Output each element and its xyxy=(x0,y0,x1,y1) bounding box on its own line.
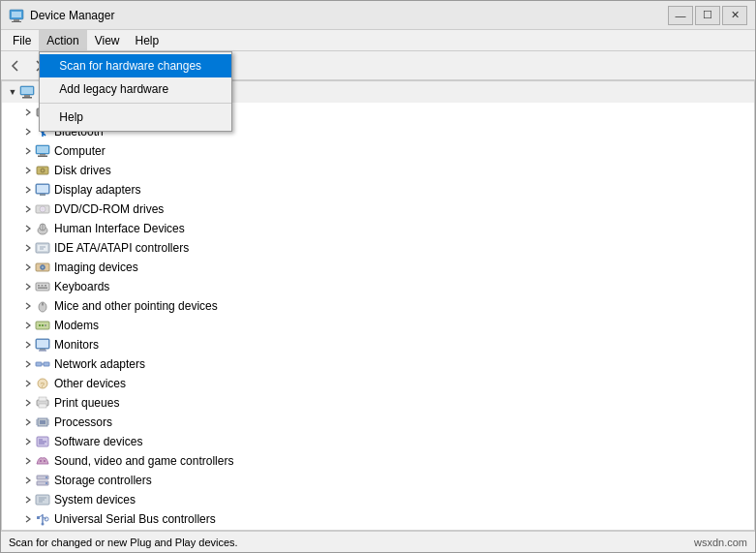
device-category-icon xyxy=(35,453,50,469)
tree-items-container: Batteries BluetoothComputerDisk drivesDi… xyxy=(2,103,754,529)
item-chevron-icon xyxy=(21,415,35,429)
device-category-icon xyxy=(35,260,50,275)
svg-rect-27 xyxy=(40,194,45,196)
device-category-icon xyxy=(35,511,50,527)
device-category-label: Computer xyxy=(54,144,106,158)
svg-point-50 xyxy=(39,324,41,326)
item-chevron-icon xyxy=(21,144,35,158)
menu-view[interactable]: View xyxy=(87,30,128,50)
svg-rect-1 xyxy=(12,12,21,17)
menu-action[interactable]: Action Scan for hardware changes Add leg… xyxy=(39,30,86,50)
item-chevron-icon xyxy=(21,357,35,371)
item-chevron-icon xyxy=(21,202,35,216)
device-category-icon xyxy=(35,298,50,314)
device-category-label: Human Interface Devices xyxy=(54,222,185,235)
device-category-label: Keyboards xyxy=(54,280,109,293)
tree-item[interactable]: Mice and other pointing devices xyxy=(2,296,754,316)
item-chevron-icon xyxy=(21,319,35,332)
device-category-label: Universal Serial Bus controllers xyxy=(54,512,216,526)
svg-rect-21 xyxy=(38,156,47,158)
svg-rect-58 xyxy=(44,362,49,366)
item-chevron-icon xyxy=(21,396,35,410)
item-chevron-icon xyxy=(21,183,35,197)
minimize-button[interactable]: — xyxy=(668,6,693,25)
tree-item[interactable]: Monitors xyxy=(2,335,754,354)
svg-rect-14 xyxy=(22,97,32,99)
tree-item[interactable]: System devices xyxy=(2,490,754,509)
tree-item[interactable]: Network adapters xyxy=(2,354,754,374)
device-category-label: Sound, video and game controllers xyxy=(54,454,233,468)
svg-point-40 xyxy=(42,266,44,268)
menu-scan-hardware[interactable]: Scan for hardware changes xyxy=(40,54,231,77)
device-category-icon xyxy=(35,182,50,198)
device-category-icon xyxy=(35,279,50,294)
device-category-icon xyxy=(35,492,50,507)
title-bar: Device Manager — ☐ ✕ xyxy=(1,1,755,30)
device-category-icon xyxy=(35,395,50,411)
item-chevron-icon xyxy=(21,164,35,177)
status-right: wsxdn.com xyxy=(694,537,747,548)
computer-icon xyxy=(19,84,35,100)
maximize-button[interactable]: ☐ xyxy=(695,6,720,25)
window-title: Device Manager xyxy=(30,9,668,22)
menu-add-legacy-hardware[interactable]: Add legacy hardware xyxy=(40,77,231,101)
item-chevron-icon xyxy=(21,106,35,119)
device-category-label: Disk drives xyxy=(54,164,111,177)
tree-item[interactable]: Storage controllers xyxy=(2,471,754,490)
tree-item[interactable]: Processors xyxy=(2,413,754,432)
root-chevron-icon: ▼ xyxy=(6,85,19,99)
tree-item[interactable]: IDE ATA/ATAPI controllers xyxy=(2,238,754,258)
item-chevron-icon xyxy=(21,377,35,390)
tree-item[interactable]: Keyboards xyxy=(2,277,754,296)
svg-rect-12 xyxy=(21,87,33,94)
device-category-icon xyxy=(35,356,50,372)
close-button[interactable]: ✕ xyxy=(722,6,747,25)
svg-rect-35 xyxy=(38,245,47,251)
tree-item[interactable]: Print queues xyxy=(2,393,754,413)
device-category-label: Other devices xyxy=(54,377,126,390)
menu-help[interactable]: Help xyxy=(40,106,231,129)
tree-item[interactable]: Disk drives xyxy=(2,161,754,180)
menu-file[interactable]: File xyxy=(5,30,39,50)
device-category-icon xyxy=(35,240,50,256)
status-text: Scan for changed or new Plug and Play de… xyxy=(9,537,694,548)
svg-point-30 xyxy=(42,208,44,210)
item-chevron-icon xyxy=(21,125,35,138)
device-category-icon: ? xyxy=(35,376,50,391)
tree-item[interactable]: Imaging devices xyxy=(2,258,754,277)
svg-point-51 xyxy=(42,324,44,326)
toolbar-back-button[interactable] xyxy=(5,55,26,77)
item-chevron-icon xyxy=(21,454,35,468)
item-chevron-icon xyxy=(21,435,35,448)
svg-rect-41 xyxy=(36,283,49,291)
svg-rect-63 xyxy=(39,397,46,401)
tree-item[interactable]: Sound, video and game controllers xyxy=(2,451,754,471)
device-category-label: Network adapters xyxy=(54,357,145,371)
tree-item[interactable]: Display adapters xyxy=(2,180,754,200)
menu-help[interactable]: Help xyxy=(128,30,167,50)
item-chevron-icon xyxy=(21,222,35,235)
device-category-label: Storage controllers xyxy=(54,474,152,487)
tree-item[interactable]: Human Interface Devices xyxy=(2,219,754,238)
tree-item[interactable]: ?Other devices xyxy=(2,374,754,393)
svg-point-24 xyxy=(42,169,44,171)
svg-point-92 xyxy=(42,523,45,526)
tree-item[interactable]: Universal Serial Bus controllers xyxy=(2,509,754,529)
device-category-label: IDE ATA/ATAPI controllers xyxy=(54,241,189,255)
item-chevron-icon xyxy=(21,299,35,313)
device-category-label: System devices xyxy=(54,493,136,507)
tree-item[interactable]: Software devices xyxy=(2,432,754,451)
svg-rect-90 xyxy=(37,516,40,519)
item-chevron-icon xyxy=(21,261,35,274)
svg-rect-45 xyxy=(38,288,47,290)
device-tree-panel[interactable]: ▼ DESKTOP-ABC123 Batteries BluetoothComp… xyxy=(1,80,755,531)
svg-rect-54 xyxy=(37,340,48,348)
item-chevron-icon xyxy=(21,280,35,293)
svg-point-81 xyxy=(45,476,47,478)
tree-item[interactable]: DVD/CD-ROM drives xyxy=(2,200,754,219)
window-controls: — ☐ ✕ xyxy=(668,6,747,25)
tree-item[interactable]: Computer xyxy=(2,141,754,161)
tree-item[interactable]: Modems xyxy=(2,316,754,335)
device-category-icon xyxy=(35,434,50,449)
status-bar: Scan for changed or new Plug and Play de… xyxy=(1,531,755,552)
